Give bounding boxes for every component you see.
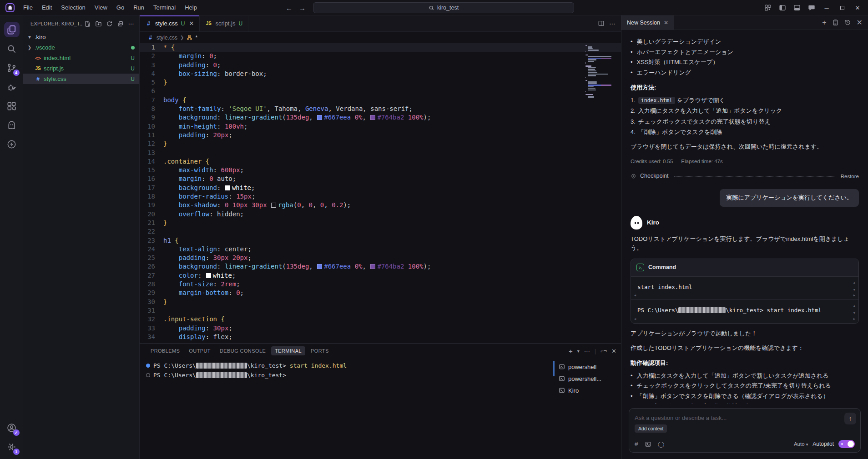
history-icon[interactable] — [844, 19, 851, 26]
terminal-tab-output[interactable]: OUTPUT — [185, 346, 214, 355]
editor-tab-scriptjs[interactable]: JSscript.jsU — [200, 15, 248, 31]
editor-tab-stylecss[interactable]: #style.cssU✕ — [140, 15, 200, 31]
scroll-right-icon[interactable]: ▶ — [853, 318, 855, 321]
file-tree-item-indexhtml[interactable]: <>index.htmlU — [23, 53, 139, 63]
chat-messages[interactable]: 美しいグラデーションデザインホバーエフェクトとアニメーションXSS対策（HTML… — [621, 30, 868, 404]
mcp-icon[interactable]: ◯ — [658, 441, 665, 448]
minimap[interactable] — [585, 45, 612, 99]
ordered-item: 3.チェックボックスでタスクの完了状態を切り替え — [631, 117, 859, 127]
activity-source-control[interactable]: 4 — [3, 58, 21, 77]
refresh-icon[interactable] — [105, 19, 114, 28]
new-file-icon[interactable] — [83, 19, 92, 28]
toggle-chat-panel-icon[interactable] — [805, 2, 818, 14]
terminal-maximize-icon[interactable]: ⌐¬ — [601, 348, 607, 354]
breadcrumb-file: style.css — [156, 35, 177, 41]
editor-more-actions-icon[interactable]: ⋯ — [609, 20, 616, 27]
terminal-tab-problems[interactable]: PROBLEMS — [147, 346, 183, 355]
split-editor-icon[interactable] — [598, 20, 605, 27]
activity-extensions[interactable] — [3, 96, 21, 115]
terminal-dropdown-icon[interactable]: ▾ — [577, 349, 580, 354]
chat-input-field[interactable] — [635, 414, 833, 421]
new-session-icon[interactable]: + — [822, 19, 826, 27]
editor-group: #style.cssU✕JSscript.jsU ⋯ # style.css ❯… — [140, 15, 621, 459]
command-input-section[interactable]: start index.html▲▼◀▶ — [631, 277, 858, 300]
menu-item-selection[interactable]: Selection — [57, 2, 89, 13]
toggle-panel-icon[interactable] — [791, 2, 803, 14]
chat-panel-close-icon[interactable]: ✕ — [857, 18, 863, 27]
file-tree-item-scriptjs[interactable]: JSscript.jsU — [23, 63, 139, 74]
code-line-27: 27 color: white; — [140, 271, 621, 280]
close-button[interactable]: ✕ — [851, 5, 864, 11]
close-tab-icon[interactable]: ✕ — [189, 20, 194, 27]
menu-item-help[interactable]: Help — [181, 2, 201, 13]
scroll-down-icon[interactable]: ▼ — [853, 312, 855, 315]
activity-kiro-spec[interactable] — [3, 135, 21, 154]
code-editor[interactable]: 1* {2 margin: 0;3 padding: 0;4 box-sizin… — [140, 43, 621, 343]
minimap-line — [585, 80, 587, 81]
file-tree-item-stylecss[interactable]: #style.cssU — [23, 74, 139, 84]
line-number: 16 — [140, 175, 163, 183]
terminal-session-powershell[interactable]: powershell — [555, 361, 618, 373]
new-folder-icon[interactable] — [94, 19, 103, 28]
breadcrumb[interactable]: # style.css ❯ * — [140, 32, 621, 43]
nav-back-icon[interactable]: ← — [286, 4, 293, 12]
terminal-close-icon[interactable]: ✕ — [611, 348, 616, 354]
terminal-output[interactable]: PS C:\Users\\kiro_test> start index.html… — [140, 358, 553, 459]
command-center-search[interactable]: kiro_test — [313, 2, 574, 13]
activity-run-debug[interactable] — [3, 77, 21, 96]
menu-item-file[interactable]: File — [19, 2, 37, 13]
scroll-down-icon[interactable]: ▼ — [853, 289, 855, 292]
activity-kiro-ghost[interactable] — [3, 115, 21, 135]
chat-session-tab[interactable]: New Session ✕ — [621, 15, 674, 30]
context-hash-icon[interactable]: # — [635, 440, 638, 448]
output-text: PS C:\Users\ — [637, 307, 678, 314]
menu-item-edit[interactable]: Edit — [38, 2, 56, 13]
settings-button[interactable]: 1 — [3, 437, 21, 456]
chevron-down-icon: ▾ — [806, 442, 808, 447]
code-line-14: 14.container { — [140, 157, 621, 166]
image-attach-icon[interactable] — [645, 441, 651, 448]
scroll-left-icon[interactable]: ◀ — [634, 318, 636, 321]
scroll-up-icon[interactable]: ▲ — [853, 281, 855, 284]
menu-item-terminal[interactable]: Terminal — [149, 2, 180, 13]
more-actions-icon[interactable]: ⋯ — [126, 19, 136, 28]
terminal-tab-ports[interactable]: PORTS — [307, 346, 333, 355]
chat-tab-close-icon[interactable]: ✕ — [664, 20, 668, 26]
autopilot-toggle[interactable] — [838, 440, 855, 448]
file-tree-item-kiro[interactable]: ▼.kiro — [23, 32, 139, 42]
command-output-section[interactable]: PS C:\Users\\kiro_test> start index.html… — [631, 299, 858, 323]
nav-forward-icon[interactable]: → — [299, 4, 306, 12]
terminal-tab-debug-console[interactable]: DEBUG CONSOLE — [216, 346, 269, 355]
terminal-session-powershell[interactable]: powershell... — [555, 373, 618, 384]
send-button[interactable]: ↑ — [844, 413, 856, 424]
scroll-right-icon[interactable]: ▶ — [853, 294, 855, 297]
toggle-sidebar-icon[interactable] — [776, 2, 789, 14]
minimap-line — [585, 94, 593, 95]
task-list-icon[interactable] — [832, 19, 839, 26]
scroll-up-icon[interactable]: ▲ — [853, 304, 855, 308]
terminal-tab-terminal[interactable]: TERMINAL — [271, 346, 305, 355]
menu-item-view[interactable]: View — [91, 2, 111, 13]
scroll-left-icon[interactable]: ◀ — [634, 294, 636, 297]
minimize-button[interactable]: ─ — [820, 5, 833, 11]
terminal-session-Kiro[interactable]: Kiro — [555, 384, 618, 396]
account-button[interactable]: ✓ — [3, 418, 21, 437]
kiro-spec-icon — [6, 139, 17, 150]
restore-button[interactable]: Restore — [841, 172, 859, 180]
chat-input-box[interactable]: ↑ Add context # ◯ Auto ▾ Autopilot — [629, 408, 861, 453]
terminal-list-scrollbar[interactable] — [553, 361, 555, 376]
menu-item-run[interactable]: Run — [129, 2, 148, 13]
css-file-icon: # — [145, 20, 152, 27]
customize-layout-icon[interactable] — [762, 2, 774, 14]
activity-explorer[interactable] — [3, 20, 21, 39]
collapse-all-icon[interactable] — [116, 19, 125, 28]
git-status-badge: U — [131, 65, 135, 72]
terminal-more-icon[interactable]: ⋯ — [584, 348, 590, 354]
new-terminal-icon[interactable]: + — [569, 347, 573, 355]
file-tree-item-vscode[interactable]: ❯.vscode — [23, 42, 139, 53]
mode-selector[interactable]: Auto ▾ — [794, 441, 808, 447]
menu-item-go[interactable]: Go — [112, 2, 128, 13]
add-context-button[interactable]: Add context — [635, 424, 667, 433]
maximize-button[interactable] — [835, 5, 849, 11]
activity-search[interactable] — [3, 39, 21, 58]
